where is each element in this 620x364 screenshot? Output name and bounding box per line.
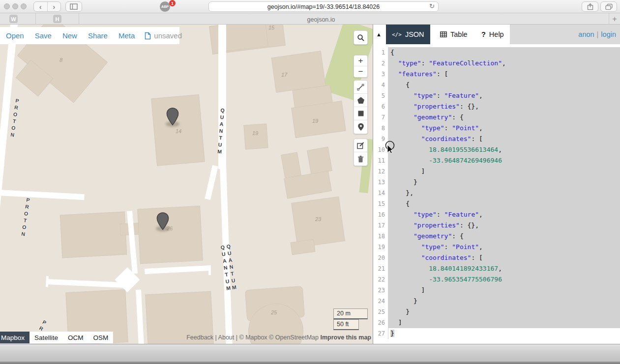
line-code[interactable]: { bbox=[388, 47, 620, 58]
search-button[interactable] bbox=[354, 31, 367, 44]
new-link[interactable]: New bbox=[62, 31, 77, 40]
editor-line[interactable]: 3 "features": [ bbox=[373, 69, 620, 80]
zoom-in-button[interactable]: + bbox=[354, 56, 367, 66]
editor-line[interactable]: 20 "coordinates": [ bbox=[373, 252, 620, 263]
line-code[interactable]: 18.840195536613464, bbox=[388, 144, 620, 155]
draw-marker-button[interactable] bbox=[354, 120, 367, 134]
line-code[interactable]: ] bbox=[388, 285, 620, 296]
sidebar-button[interactable] bbox=[65, 1, 82, 12]
editor-line[interactable]: 4 { bbox=[373, 80, 620, 90]
line-code[interactable]: { bbox=[388, 80, 620, 90]
close-window-button[interactable] bbox=[4, 3, 10, 9]
json-editor[interactable]: 1{2 "type": "FeatureCollection",3 "featu… bbox=[373, 44, 620, 344]
line-code[interactable]: 18.840141892433167, bbox=[388, 263, 620, 274]
line-code[interactable]: "type": "Point", bbox=[388, 242, 620, 252]
line-code[interactable]: "coordinates": [ bbox=[388, 134, 620, 144]
line-code[interactable]: ] bbox=[388, 166, 620, 177]
tab-help[interactable]: ? Help bbox=[475, 25, 510, 44]
draw-line-button[interactable] bbox=[354, 81, 367, 94]
line-code[interactable]: "features": [ bbox=[388, 69, 620, 80]
line-code[interactable]: }, bbox=[388, 188, 620, 198]
editor-line[interactable]: 16 "type": "Feature", bbox=[373, 209, 620, 220]
editor-line[interactable]: 7 "geometry": { bbox=[373, 112, 620, 123]
editor-line[interactable]: 2 "type": "FeatureCollection", bbox=[373, 58, 620, 69]
draw-rectangle-button[interactable] bbox=[354, 107, 367, 120]
layer-osm-button[interactable]: OSM bbox=[89, 332, 114, 343]
address-bar[interactable]: geojson.io/#map=19/-33.96514/18.84026 ↻ bbox=[208, 1, 439, 12]
edit-features-button[interactable] bbox=[354, 139, 367, 152]
reload-icon[interactable]: ↻ bbox=[429, 2, 435, 10]
pinned-tab-w[interactable]: W bbox=[9, 15, 18, 23]
line-code[interactable]: "geometry": { bbox=[388, 231, 620, 242]
new-tab-button[interactable]: + bbox=[610, 14, 620, 24]
line-code[interactable]: } bbox=[388, 307, 620, 317]
editor-line[interactable]: 14 }, bbox=[373, 188, 620, 198]
line-code[interactable]: ] bbox=[388, 317, 620, 328]
zoom-out-button[interactable]: − bbox=[354, 66, 367, 77]
editor-line[interactable]: 24 } bbox=[373, 296, 620, 307]
line-code[interactable]: "type": "Feature", bbox=[388, 90, 620, 101]
attribution-links[interactable]: Feedback | About | © Mapbox © OpenStreet… bbox=[186, 334, 319, 341]
open-link[interactable]: Open bbox=[6, 31, 24, 40]
map-marker[interactable] bbox=[166, 108, 179, 128]
editor-line[interactable]: 25 } bbox=[373, 307, 620, 317]
line-code[interactable]: "properties": {}, bbox=[388, 101, 620, 112]
line-code[interactable]: "geometry": { bbox=[388, 112, 620, 123]
line-code[interactable]: } bbox=[388, 328, 620, 339]
editor-line[interactable]: 23 ] bbox=[373, 285, 620, 296]
editor-line[interactable]: 8 "type": "Point", bbox=[373, 123, 620, 134]
line-code[interactable]: "coordinates": [ bbox=[388, 252, 620, 263]
zoom-window-button[interactable] bbox=[21, 3, 27, 9]
editor-line[interactable]: 13 } bbox=[373, 177, 620, 188]
share-link[interactable]: Share bbox=[88, 31, 108, 40]
collapse-panel-button[interactable]: ▲ bbox=[376, 31, 382, 37]
pinned-tab-h[interactable]: H bbox=[53, 15, 61, 23]
line-code[interactable]: -33.964874269496946 bbox=[388, 155, 620, 166]
editor-line[interactable]: 27} bbox=[373, 328, 620, 339]
back-button[interactable]: ‹ bbox=[34, 2, 48, 11]
meta-link[interactable]: Meta bbox=[118, 31, 135, 40]
editor-line[interactable]: 22 -33.965354775506796 bbox=[373, 274, 620, 285]
map-marker[interactable] bbox=[156, 212, 169, 232]
adblock-extension-icon[interactable]: ABP bbox=[160, 1, 170, 12]
tab-table[interactable]: Table bbox=[434, 25, 473, 44]
layer-mapbox-button[interactable]: Mapbox bbox=[0, 332, 30, 343]
tab-json[interactable]: </> JSON bbox=[386, 25, 430, 44]
map-canvas[interactable]: QUANTUMQUANTUM QUANTUMPROTONPROTONPR8151… bbox=[0, 25, 373, 344]
browser-titlebar: ‹ › ABP 1 geojson.io/#map=19/-33.96514/1… bbox=[0, 0, 620, 13]
line-code[interactable]: -33.965354775506796 bbox=[388, 274, 620, 285]
editor-line[interactable]: 10 18.840195536613464, bbox=[373, 144, 620, 155]
editor-line[interactable]: 1{ bbox=[373, 47, 620, 58]
editor-line[interactable]: 15 { bbox=[373, 198, 620, 209]
minimize-window-button[interactable] bbox=[12, 3, 18, 9]
active-tab-title[interactable]: geojson.io bbox=[307, 16, 335, 23]
editor-line[interactable]: 17 "properties": {}, bbox=[373, 220, 620, 231]
line-code[interactable]: { bbox=[388, 198, 620, 209]
editor-line[interactable]: 5 "type": "Feature", bbox=[373, 90, 620, 101]
improve-map-link[interactable]: Improve this map bbox=[321, 334, 372, 341]
line-code[interactable]: "type": "Point", bbox=[388, 123, 620, 134]
editor-line[interactable]: 6 "properties": {}, bbox=[373, 101, 620, 112]
editor-line[interactable]: 9 "coordinates": [ bbox=[373, 134, 620, 144]
draw-polygon-button[interactable] bbox=[354, 94, 367, 107]
delete-features-button[interactable] bbox=[354, 152, 367, 166]
editor-line[interactable]: 18 "geometry": { bbox=[373, 231, 620, 242]
editor-line[interactable]: 26 ] bbox=[373, 317, 620, 328]
line-code[interactable]: } bbox=[388, 177, 620, 188]
line-code[interactable]: } bbox=[388, 296, 620, 307]
login-link[interactable]: login bbox=[601, 30, 616, 38]
forward-button[interactable]: › bbox=[48, 2, 61, 11]
editor-line[interactable]: 11 -33.964874269496946 bbox=[373, 155, 620, 166]
layer-ocm-button[interactable]: OCM bbox=[63, 332, 89, 343]
tab-overview-button[interactable] bbox=[600, 1, 617, 12]
line-code[interactable]: "properties": {}, bbox=[388, 220, 620, 231]
line-code[interactable]: "type": "FeatureCollection", bbox=[388, 58, 620, 69]
anon-link[interactable]: anon bbox=[578, 30, 594, 38]
editor-line[interactable]: 21 18.840141892433167, bbox=[373, 263, 620, 274]
save-link[interactable]: Save bbox=[35, 31, 52, 40]
line-code[interactable]: "type": "Feature", bbox=[388, 209, 620, 220]
layer-satellite-button[interactable]: Satellite bbox=[30, 332, 63, 343]
editor-line[interactable]: 12 ] bbox=[373, 166, 620, 177]
editor-line[interactable]: 19 "type": "Point", bbox=[373, 242, 620, 252]
share-button[interactable] bbox=[582, 1, 598, 12]
